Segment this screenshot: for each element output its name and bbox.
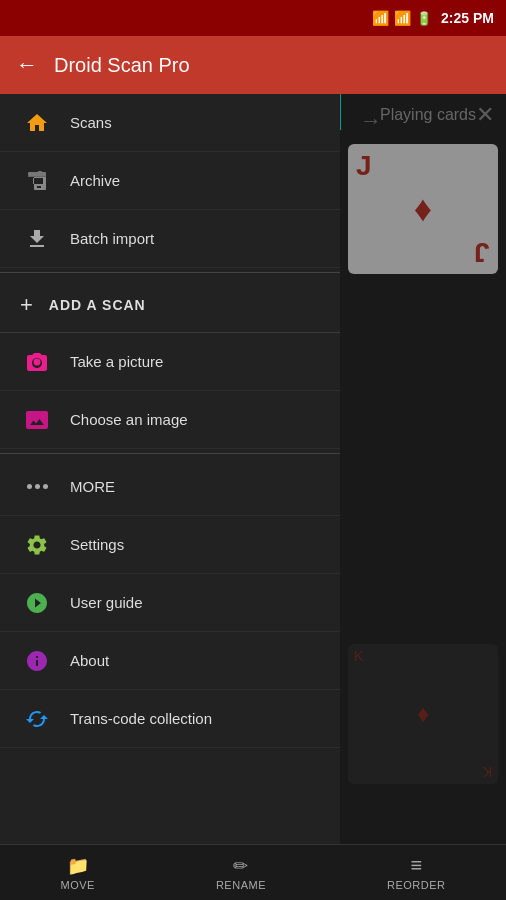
side-drawer: Scans Archive Batch import: [0, 94, 340, 844]
move-button[interactable]: 📁 MOVE: [61, 855, 95, 891]
camera-icon: [20, 345, 54, 379]
guide-icon: [20, 586, 54, 620]
transcode-icon: [20, 702, 54, 736]
time-display: 2:25 PM: [441, 10, 494, 26]
app-title: Droid Scan Pro: [54, 54, 190, 77]
archive-icon: [20, 164, 54, 198]
take-picture-label: Take a picture: [70, 353, 163, 370]
sidebar-item-about[interactable]: About: [0, 632, 340, 690]
more-label: MORE: [70, 478, 115, 495]
about-label: About: [70, 652, 109, 669]
settings-label: Settings: [70, 536, 124, 553]
archive-label: Archive: [70, 172, 120, 189]
move-icon: 📁: [67, 855, 89, 877]
settings-icon: [20, 528, 54, 562]
transcode-label: Trans-code collection: [70, 710, 212, 727]
wifi-icon: 📶: [372, 10, 389, 26]
image-icon: [20, 403, 54, 437]
divider-1: [0, 272, 340, 273]
sidebar-item-take-picture[interactable]: Take a picture: [0, 333, 340, 391]
main-content: Playing cards ✕ → J ♦ J 10 ♦ 10 Q ♦ Q K …: [0, 94, 506, 844]
svg-rect-0: [28, 172, 46, 176]
reorder-icon: ≡: [410, 854, 422, 877]
bottom-bar: 📁 MOVE ✏ RENAME ≡ REORDER: [0, 844, 506, 900]
reorder-button[interactable]: ≡ REORDER: [387, 854, 446, 891]
reorder-label: REORDER: [387, 879, 446, 891]
back-button[interactable]: ←: [16, 52, 38, 78]
rename-label: RENAME: [216, 879, 266, 891]
toolbar: ← Droid Scan Pro: [0, 36, 506, 94]
svg-marker-1: [28, 176, 46, 177]
user-guide-label: User guide: [70, 594, 143, 611]
add-scan-label: ADD A SCAN: [49, 297, 146, 313]
sidebar-item-batch-import[interactable]: Batch import: [0, 210, 340, 268]
batch-import-label: Batch import: [70, 230, 154, 247]
sidebar-item-choose-image[interactable]: Choose an image: [0, 391, 340, 449]
rename-icon: ✏: [233, 855, 248, 877]
plus-icon: +: [20, 292, 33, 318]
add-scan-section: + ADD A SCAN: [0, 277, 340, 333]
batch-import-icon: [20, 222, 54, 256]
status-icons: 📶 📶 🔋 2:25 PM: [372, 10, 494, 26]
signal-icon: 📶: [394, 10, 411, 26]
about-icon: [20, 644, 54, 678]
scans-label: Scans: [70, 114, 112, 131]
home-icon: [20, 106, 54, 140]
battery-icon: 🔋: [416, 11, 432, 26]
status-bar: 📶 📶 🔋 2:25 PM: [0, 0, 506, 36]
choose-image-label: Choose an image: [70, 411, 188, 428]
sidebar-item-scans[interactable]: Scans: [0, 94, 340, 152]
move-label: MOVE: [61, 879, 95, 891]
sidebar-item-transcode[interactable]: Trans-code collection: [0, 690, 340, 748]
svg-point-2: [34, 358, 41, 365]
rename-button[interactable]: ✏ RENAME: [216, 855, 266, 891]
sidebar-item-archive[interactable]: Archive: [0, 152, 340, 210]
sidebar-item-more[interactable]: MORE: [0, 458, 340, 516]
divider-2: [0, 453, 340, 454]
sidebar-item-settings[interactable]: Settings: [0, 516, 340, 574]
more-icon: [20, 470, 54, 504]
sidebar-item-user-guide[interactable]: User guide: [0, 574, 340, 632]
